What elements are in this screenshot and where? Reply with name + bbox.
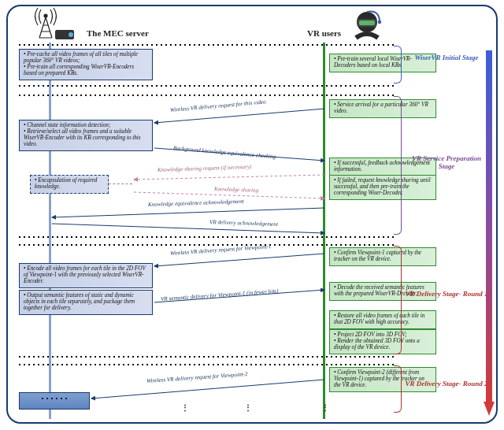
stage-label-round2: VR Delivery Stage- Round 2 bbox=[405, 380, 488, 387]
svg-line-9 bbox=[134, 175, 324, 180]
brace-stage2 bbox=[394, 96, 402, 235]
diagram-frame: The MEC server VR users Pre-cache all vi… bbox=[6, 5, 498, 424]
svg-line-12 bbox=[52, 224, 324, 233]
brace-stage1 bbox=[394, 46, 402, 83]
svg-rect-16 bbox=[486, 50, 492, 402]
svg-line-11 bbox=[52, 208, 324, 217]
svg-line-15 bbox=[91, 380, 324, 398]
stage-label-initial: WiserVR Initial Stage bbox=[405, 54, 488, 61]
message-arrows bbox=[8, 6, 449, 424]
stage-label-prep: VR Service Preparation Stage bbox=[405, 154, 488, 170]
stage-label-round1: VR Delivery Stage- Round 1 bbox=[405, 290, 488, 298]
flow-arrow bbox=[484, 50, 495, 416]
brace-stage4 bbox=[394, 365, 402, 413]
brace-stage3 bbox=[394, 246, 402, 354]
svg-line-10 bbox=[134, 192, 324, 198]
